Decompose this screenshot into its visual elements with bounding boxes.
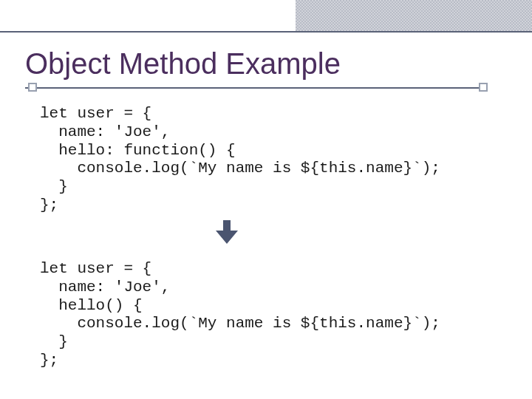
code-example-before: let user = { name: 'Joe', hello: functio… bbox=[40, 105, 440, 215]
decorative-square-icon bbox=[28, 83, 37, 92]
decorative-square-icon bbox=[479, 83, 488, 92]
down-arrow-icon bbox=[216, 220, 238, 244]
title-underline bbox=[25, 87, 488, 89]
slide-title: Object Method Example bbox=[25, 47, 341, 81]
slide-header-stripe bbox=[0, 0, 532, 33]
code-example-after: let user = { name: 'Joe', hello() { cons… bbox=[40, 260, 440, 370]
